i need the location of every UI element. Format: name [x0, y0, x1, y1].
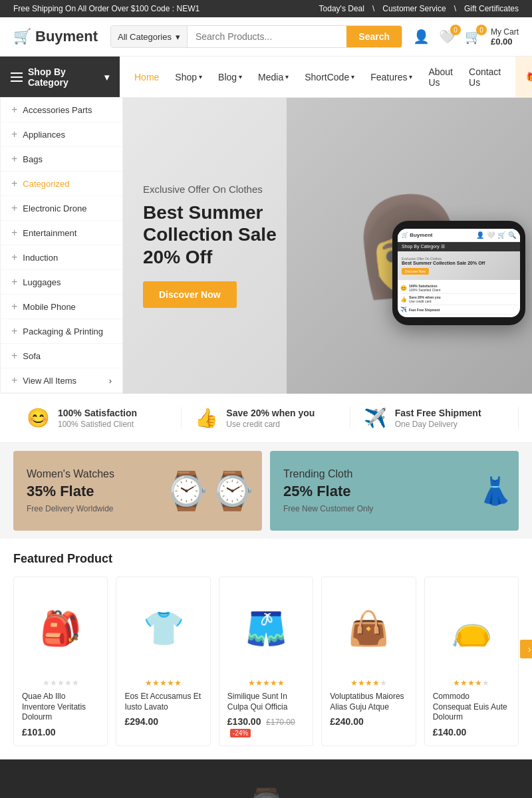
logo[interactable]: 🛒 Buyment [13, 28, 100, 45]
wishlist-badge: 0 [450, 25, 461, 35]
nav-shop[interactable]: Shop ▾ [167, 64, 210, 90]
cart-button[interactable]: 🛒 0 [465, 29, 481, 45]
product-img-2: 👕 [124, 585, 201, 672]
phone-smiley-icon: 😊 [400, 285, 407, 291]
shop-by-category-button[interactable]: Shop By Category ▾ [0, 57, 120, 97]
promo-banners: Women's Watches 35% Flate Free Delivery … [0, 443, 532, 539]
nav-links: Home Shop ▾ Blog ▾ Media ▾ ShortCode ▾ F… [120, 57, 515, 97]
feature-satisfaction: 😊 100% Satisfaction 100% Satisfied Clien… [13, 407, 182, 429]
logo-icon: 🛒 [13, 28, 31, 45]
product-img-3: 🩳 [227, 585, 305, 672]
phone-feature-2-sub: Use credit card [409, 299, 432, 303]
product-name-2: Eos Et Accusamus Et Iusto Lavato [124, 692, 201, 712]
user-icon: 👤 [413, 29, 430, 44]
promo-clothes[interactable]: Trending Cloth 25% Flate Free New Custom… [270, 451, 519, 531]
watch-image: ⌚⌚ [164, 469, 255, 513]
product-card-3[interactable]: 🩳 ★★★★★ Similique Sunt In Culpa Qui Offi… [219, 577, 313, 746]
top-bar-gift[interactable]: Gift Certificates [464, 4, 519, 13]
new-user-zone[interactable]: 🎁 New User Zone [515, 57, 532, 97]
nav-home[interactable]: Home [126, 64, 167, 90]
phone-screen: 🛒 Buyment 👤 🤍 🛒 🔍 Shop By Category ☰ Exc… [398, 229, 520, 317]
nav-media[interactable]: Media ▾ [250, 64, 297, 90]
plus-icon: + [11, 128, 17, 140]
cat-view-all[interactable]: + View All Items › [1, 368, 122, 393]
gift-icon: 🎁 [526, 72, 532, 82]
header-icons: 👤 🤍 0 🛒 0 My Cart £0.00 [413, 27, 519, 47]
user-icon-button[interactable]: 👤 [413, 29, 430, 45]
cat-sofa[interactable]: + Sofa [1, 344, 122, 368]
cat-packaging-label: Packaging & Printing [23, 327, 103, 336]
nav-blog[interactable]: Blog ▾ [210, 64, 250, 90]
cart-amount: £0.00 [491, 37, 519, 47]
nav-shortcode[interactable]: ShortCode ▾ [297, 64, 362, 90]
cat-induction[interactable]: + Induction [1, 245, 122, 270]
product-card-1[interactable]: 🎒 ★★★★★ Quae Ab Illo Inventore Veritatis… [13, 577, 108, 746]
phone-feature-1-text: 100% Satisfaction 100% Satisfied Client [409, 284, 441, 292]
product-stars-3: ★★★★★ [227, 678, 305, 688]
feature-shipping-sub: One Day Delivery [395, 420, 458, 429]
search-input[interactable] [188, 26, 346, 47]
feature-shipping-title: Fast Free Shipment [395, 408, 481, 418]
search-category-dropdown[interactable]: All Categories ▾ [111, 26, 188, 47]
plus-icon: + [11, 227, 17, 239]
plus-icon: + [11, 104, 17, 116]
promo-watches[interactable]: Women's Watches 35% Flate Free Delivery … [13, 451, 262, 531]
phone-feature-1-sub: 100% Satisfied Client [409, 288, 441, 292]
cat-accessories[interactable]: + Accessories Parts [1, 98, 122, 122]
phone-feature-1: 😊 100% Satisfaction 100% Satisfied Clien… [400, 283, 517, 294]
cat-categorized[interactable]: + Categorized [1, 172, 122, 196]
wishlist-button[interactable]: 🤍 0 [439, 29, 456, 45]
product-card-4[interactable]: 👜 ★★★★★ Voluptatibus Maiores Alias Guju … [321, 577, 416, 746]
cat-mobile-label: Mobile Phone [23, 302, 76, 312]
media-chevron: ▾ [285, 73, 289, 80]
product-img-4: 👜 [330, 585, 407, 672]
search-button[interactable]: Search [346, 26, 402, 47]
product-price-5: £140.00 [433, 727, 510, 737]
product-current-price-5: £140.00 [433, 727, 467, 737]
phone-mockup: 🛒 Buyment 👤 🤍 🛒 🔍 Shop By Category ☰ Exc… [392, 221, 525, 325]
promo-clothes-title: Trending Cloth [283, 468, 505, 480]
product-stars-2: ★★★★★ [124, 678, 201, 688]
product-card-5[interactable]: 👝 ★★★★★ Commodo Consequat Euis Aute Dolo… [424, 577, 519, 746]
feature-save-text: Save 20% when you Use credit card [226, 408, 315, 429]
product-img-5: 👝 [433, 585, 510, 672]
promo-text: Free Shipping On All Order Over $100 Cod… [13, 4, 200, 13]
hero-title: Best Summer Collection Sale 20% Off [143, 201, 303, 269]
phone-hero: Exclusive Offer On Clothes Best Summer C… [398, 251, 520, 280]
feature-save-title: Save 20% when you [226, 408, 315, 418]
hero-sub: Exclusive Offer On Clothes [143, 184, 303, 195]
cat-appliances[interactable]: + Appliances [1, 122, 122, 147]
cat-drone[interactable]: + Electronic Drone [1, 196, 122, 221]
next-arrow[interactable]: › [520, 640, 532, 658]
cat-appliances-label: Appliances [23, 130, 65, 140]
phone-header: 🛒 Buyment 👤 🤍 🛒 🔍 [398, 229, 520, 242]
plus-icon: + [11, 325, 17, 337]
phone-logo: 🛒 Buyment [402, 232, 432, 238]
cat-bags[interactable]: + Bags [1, 147, 122, 172]
promo-clothes-sub: Free New Customer Only [283, 504, 505, 513]
nav-about[interactable]: About Us [420, 59, 461, 96]
top-bar-service[interactable]: Customer Service [382, 4, 456, 13]
hamburger-icon [11, 72, 23, 82]
cat-mobile[interactable]: + Mobile Phone [1, 295, 122, 319]
top-bar-deal[interactable]: Today's Deal [319, 4, 375, 13]
phone-user-icon: 👤 [476, 231, 484, 239]
nav-features[interactable]: Features ▾ [362, 64, 420, 90]
product-stars-4: ★★★★★ [330, 678, 407, 688]
product-card-2[interactable]: 👕 ★★★★★ Eos Et Accusamus Et Iusto Lavato… [116, 577, 210, 746]
blog-chevron: ▾ [239, 73, 242, 80]
cat-view-all-label: View All Items [23, 376, 76, 386]
cat-luggages[interactable]: + Luggages [1, 270, 122, 295]
shop-chevron: ▾ [199, 73, 202, 80]
cat-luggages-label: Luggages [23, 277, 61, 287]
nav-contact[interactable]: Contact Us [461, 59, 509, 96]
feature-save-sub: Use credit card [226, 420, 280, 429]
plus-icon: + [11, 178, 17, 190]
hero-discover-button[interactable]: Discover Now [143, 281, 237, 308]
cat-packaging[interactable]: + Packaging & Printing [1, 319, 122, 344]
product-name-3: Similique Sunt In Culpa Qui Officia [227, 692, 305, 712]
cat-entertainment[interactable]: + Entertainment [1, 221, 122, 245]
phone-cart-icon: 🛒 [497, 231, 505, 239]
cat-bags-label: Bags [23, 154, 43, 164]
logo-text: Buyment [35, 28, 98, 45]
